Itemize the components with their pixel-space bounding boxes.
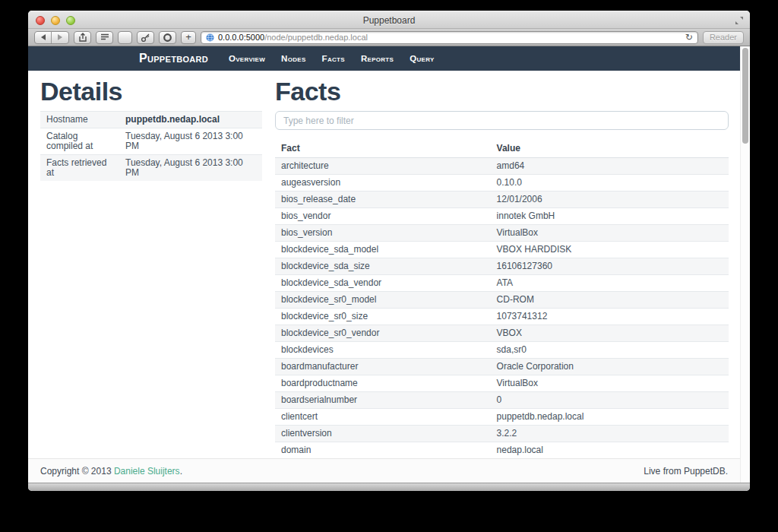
fact-row: boardmanufacturer Oracle Corporation <box>275 359 729 375</box>
fact-row: blockdevice_sr0_vendor VBOX <box>275 325 729 342</box>
fact-row: boardproductname VirtualBox <box>275 375 729 392</box>
facts-section: Facts Fact Value architectu <box>275 71 729 458</box>
fact-row: blockdevice_sda_model VBOX HARDDISK <box>275 242 729 258</box>
fact-value: amd64 <box>491 158 729 175</box>
fact-name: blockdevice_sda_vendor <box>275 275 491 292</box>
fact-name: clientcert <box>275 409 491 426</box>
nav-item[interactable]: Facts <box>322 54 345 63</box>
fact-name: boardserialnumber <box>275 392 491 409</box>
fact-value: 16106127360 <box>491 258 729 275</box>
page-footer: Copyright © 2013 Daniele Sluijters. Live… <box>28 458 740 483</box>
fact-name: architecture <box>275 158 491 175</box>
fact-value: ATA <box>491 275 729 292</box>
fact-row: architecture amd64 <box>275 158 729 175</box>
share-button[interactable] <box>74 31 91 44</box>
fact-name: blockdevice_sda_size <box>275 258 491 275</box>
details-table: Hostname puppetdb.nedap.local Catalog co… <box>40 111 262 181</box>
forward-button[interactable] <box>52 32 68 43</box>
fact-name: blockdevice_sr0_size <box>275 309 491 325</box>
fact-value: CD-ROM <box>491 292 729 309</box>
details-value: puppetdb.nedap.local <box>119 112 262 128</box>
fact-row: clientversion 3.2.2 <box>275 426 729 442</box>
fact-name: domain <box>275 442 491 459</box>
history-nav-group <box>34 31 69 44</box>
globe-icon <box>206 33 214 42</box>
fact-name: boardproductname <box>275 375 491 392</box>
fact-row: blockdevice_sr0_size 1073741312 <box>275 309 729 325</box>
reading-list-button[interactable] <box>96 31 113 44</box>
fact-value: 0 <box>491 392 729 409</box>
fact-name: augeasversion <box>275 175 491 192</box>
fact-value: Oracle Corporation <box>491 359 729 375</box>
fact-value: VirtualBox <box>491 375 729 392</box>
fact-name: bios_release_date <box>275 192 491 208</box>
back-icon <box>41 34 46 40</box>
facts-heading: Facts <box>275 78 729 104</box>
facts-table: Fact Value architecture amd64 <box>275 140 729 458</box>
fact-row: clientcert puppetdb.nedap.local <box>275 409 729 426</box>
fact-value: 0.10.0 <box>491 175 729 192</box>
url-host: 0.0.0.0:5000 <box>218 33 264 42</box>
navbar-brand[interactable]: Puppetboard <box>139 52 208 65</box>
browser-window: Puppetboard <box>28 11 750 491</box>
fact-row: domain nedap.local <box>275 442 729 459</box>
fact-column-header: Fact <box>275 140 491 158</box>
main-content: Details Hostname puppetdb.nedap.local Ca… <box>28 71 740 458</box>
details-value: Tuesday, August 6 2013 3:00 PM <box>119 128 262 155</box>
live-from-puppetdb-text: Live from PuppetDB. <box>644 466 728 477</box>
fact-name: blockdevice_sr0_model <box>275 292 491 309</box>
browser-toolbar: + 0.0.0.0:5000/node/puppetdb.nedap.local… <box>28 29 750 46</box>
copyright-text: Copyright © 2013 Daniele Sluijters. <box>40 466 182 477</box>
scrollbar-track[interactable] <box>740 46 750 483</box>
fact-value: innotek GmbH <box>491 208 729 225</box>
browser-statusbar <box>28 483 750 491</box>
nav-item[interactable]: Query <box>410 54 434 63</box>
fact-name: bios_version <box>275 225 491 242</box>
fact-row: bios_vendor innotek GmbH <box>275 208 729 225</box>
url-text: 0.0.0.0:5000/node/puppetdb.nedap.local <box>218 33 368 42</box>
address-bar[interactable]: 0.0.0.0:5000/node/puppetdb.nedap.local ↻ <box>201 31 698 44</box>
fact-name: bios_vendor <box>275 208 491 225</box>
copyright-period: . <box>180 466 182 477</box>
nav-item[interactable]: Overview <box>229 54 265 63</box>
reader-button[interactable]: Reader <box>703 31 744 44</box>
value-column-header: Value <box>491 140 729 158</box>
puppetboard-page: Puppetboard Overview Nodes Facts Reports… <box>28 46 740 483</box>
fact-row: boardserialnumber 0 <box>275 392 729 409</box>
fact-value: 3.2.2 <box>491 426 729 442</box>
fact-value: 12/01/2006 <box>491 192 729 208</box>
facts-header-row: Fact Value <box>275 140 729 158</box>
window-title: Puppetboard <box>28 15 750 26</box>
fact-row: blockdevices sda,sr0 <box>275 342 729 359</box>
fact-row: augeasversion 0.10.0 <box>275 175 729 192</box>
facts-filter-input[interactable] <box>275 111 729 130</box>
fact-name: blockdevice_sr0_vendor <box>275 325 491 342</box>
fact-value: puppetdb.nedap.local <box>491 409 729 426</box>
nav-item[interactable]: Nodes <box>281 54 305 63</box>
reload-icon[interactable]: ↻ <box>685 33 693 42</box>
fact-name: clientversion <box>275 426 491 442</box>
fact-value: VirtualBox <box>491 225 729 242</box>
details-row: Catalog compiled at Tuesday, August 6 20… <box>40 128 262 155</box>
fact-name: blockdevices <box>275 342 491 359</box>
new-tab-button[interactable]: + <box>181 31 196 44</box>
fact-row: bios_release_date 12/01/2006 <box>275 192 729 208</box>
back-button[interactable] <box>35 32 52 43</box>
fact-value: VBOX HARDDISK <box>491 242 729 258</box>
details-label: Catalog compiled at <box>40 128 119 155</box>
nav-item[interactable]: Reports <box>361 54 394 63</box>
details-row: Hostname puppetdb.nedap.local <box>40 112 262 128</box>
fullscreen-icon[interactable] <box>735 16 744 25</box>
reading-list-icon <box>100 33 109 41</box>
forward-icon <box>58 34 62 40</box>
fact-name: blockdevice_sda_model <box>275 242 491 258</box>
password-button[interactable] <box>137 31 154 44</box>
author-link[interactable]: Daniele Sluijters <box>114 466 180 477</box>
fact-row: blockdevice_sda_vendor ATA <box>275 275 729 292</box>
share-icon <box>78 33 87 42</box>
fact-value: nedap.local <box>491 442 729 459</box>
scrollbar-thumb[interactable] <box>742 48 748 144</box>
fact-row: blockdevice_sda_size 16106127360 <box>275 258 729 275</box>
blank-toolbar-button[interactable] <box>118 31 132 44</box>
extension-button[interactable] <box>159 31 176 44</box>
